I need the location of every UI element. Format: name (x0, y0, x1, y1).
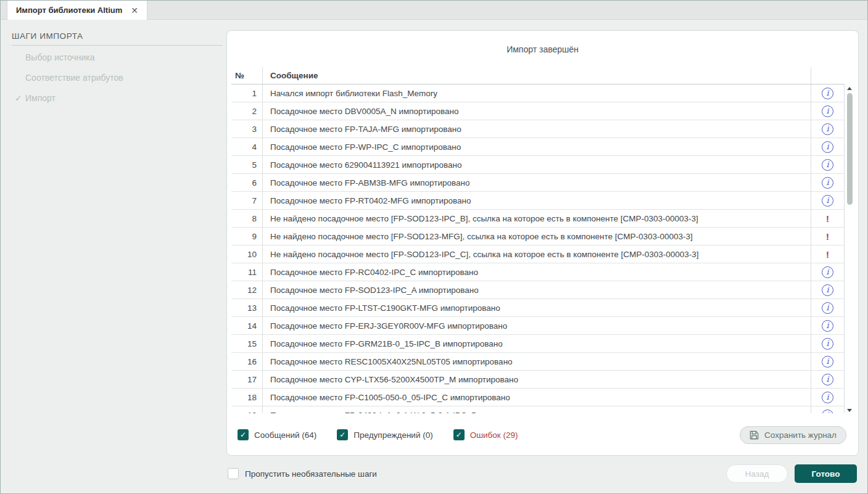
table-row[interactable]: 2Посадочное место DBV0005A_N импортирова… (231, 102, 845, 120)
row-message: Посадочное место RESC1005X40X25NL05T05 и… (263, 353, 811, 370)
save-log-button[interactable]: Сохранить журнал (740, 426, 846, 444)
table-row[interactable]: 19Посадочное место FP-0402-L-1_0-1-W-0_5… (231, 406, 845, 413)
table-row[interactable]: 12Посадочное место FP-SOD123-IPC_A импор… (231, 281, 845, 299)
info-icon[interactable]: i (822, 392, 833, 403)
checkbox-unchecked-icon[interactable] (228, 468, 239, 479)
row-number: 2 (231, 102, 263, 120)
info-icon[interactable]: i (822, 105, 833, 117)
table-header: № Сообщение (231, 67, 845, 84)
step-attribute-mapping[interactable]: Соответствие атрибутов (12, 67, 223, 88)
column-header-status (811, 67, 845, 84)
table-row[interactable]: 9Не найдено посадочное место [FP-SOD123-… (231, 228, 845, 245)
table-row[interactable]: 4Посадочное место FP-WP-IPC_C импортиров… (231, 138, 845, 156)
row-status-cell: ! (811, 228, 845, 245)
import-log-panel: Импорт завершён № Сообщение 1Начался имп… (226, 30, 859, 456)
info-icon[interactable]: i (822, 195, 833, 207)
row-number: 17 (231, 371, 263, 388)
back-button[interactable]: Назад (726, 464, 788, 483)
table-row[interactable]: 8Не найдено посадочное место [FP-SOD123-… (231, 210, 845, 228)
done-button[interactable]: Готово (795, 464, 857, 483)
error-icon[interactable]: ! (826, 249, 829, 260)
import-steps-title: ШАГИ ИМПОРТА (12, 31, 83, 41)
row-message: Посадочное место FP-RT0402-MFG импортиро… (263, 192, 811, 209)
table-row[interactable]: 15Посадочное место FP-GRM21B-0_15-IPC_B … (231, 335, 845, 353)
table-row[interactable]: 5Посадочное место 629004113921 импортиро… (231, 156, 845, 174)
import-steps-list: Выбор источника Соответствие атрибутов ✓… (12, 47, 223, 108)
step-label: Выбор источника (25, 52, 95, 62)
row-status-cell: i (811, 371, 845, 388)
row-status-cell: i (811, 281, 845, 298)
tab-title: Импорт библиотеки Altium (16, 6, 122, 15)
scroll-down-icon[interactable] (847, 409, 852, 412)
step-label: Соответствие атрибутов (25, 73, 123, 83)
info-icon[interactable]: i (822, 302, 833, 314)
error-icon[interactable]: ! (826, 231, 829, 242)
row-message: Не найдено посадочное место [FP-SOD123-M… (263, 228, 811, 245)
filter-errors-checkbox[interactable]: ✓ Ошибок (29) (453, 429, 518, 440)
table-row[interactable]: 7Посадочное место FP-RT0402-MFG импортир… (231, 192, 845, 210)
checkbox-checked-icon[interactable]: ✓ (337, 429, 348, 440)
info-icon[interactable]: i (822, 123, 833, 135)
filter-warnings-checkbox[interactable]: ✓ Предупреждений (0) (337, 429, 432, 440)
step-import[interactable]: ✓ Импорт (12, 88, 223, 108)
info-icon[interactable]: i (822, 159, 833, 171)
row-number: 16 (231, 353, 263, 370)
row-number: 11 (231, 263, 263, 281)
tab-import-library[interactable]: Импорт библиотеки Altium ✕ (7, 1, 147, 20)
info-icon[interactable]: i (822, 88, 833, 99)
skip-optional-steps-checkbox[interactable]: Пропустить необязательные шаги (228, 468, 377, 479)
scroll-up-icon[interactable] (847, 87, 852, 90)
info-icon[interactable]: i (822, 356, 833, 368)
info-icon[interactable]: i (822, 374, 833, 385)
row-number: 3 (231, 120, 263, 138)
sidebar-divider (12, 45, 223, 46)
row-number: 10 (231, 245, 263, 263)
info-icon[interactable]: i (822, 266, 833, 278)
row-message: Посадочное место FP-C1005-050-0_05-IPC_C… (263, 389, 811, 406)
info-icon[interactable]: i (822, 284, 833, 296)
close-icon[interactable]: ✕ (131, 6, 138, 15)
row-status-cell: i (811, 120, 845, 138)
table-row[interactable]: 1Начался импорт библиотеки Flash_Memoryi (231, 84, 845, 102)
filter-label: Сообщений (64) (254, 430, 316, 440)
info-icon[interactable]: i (822, 320, 833, 332)
error-icon[interactable]: ! (826, 213, 829, 224)
table-row[interactable]: 10Не найдено посадочное место [FP-SOD123… (231, 245, 845, 263)
info-icon[interactable]: i (822, 338, 833, 350)
info-icon[interactable]: i (822, 141, 833, 153)
row-number: 12 (231, 281, 263, 298)
table-scrollbar[interactable] (846, 84, 854, 413)
row-message: Посадочное место FP-ERJ-3GEY0R00V-MFG им… (263, 317, 811, 334)
table-row[interactable]: 13Посадочное место FP-LTST-C190GKT-MFG и… (231, 299, 845, 317)
checkbox-checked-icon[interactable]: ✓ (453, 429, 465, 440)
row-status-cell: i (811, 192, 845, 209)
import-status-title: Импорт завершён (227, 44, 858, 54)
table-row[interactable]: 14Посадочное место FP-ERJ-3GEY0R00V-MFG … (231, 317, 845, 335)
scrollbar-thumb[interactable] (847, 93, 853, 205)
table-row[interactable]: 18Посадочное место FP-C1005-050-0_05-IPC… (231, 389, 845, 406)
row-message: Посадочное место FP-WP-IPC_C импортирова… (263, 138, 811, 155)
table-row[interactable]: 16Посадочное место RESC1005X40X25NL05T05… (231, 353, 845, 371)
row-message: Не найдено посадочное место [FP-SOD123-I… (263, 245, 811, 263)
table-row[interactable]: 3Посадочное место FP-TAJA-MFG импортиров… (231, 120, 845, 138)
row-message: Посадочное место FP-TAJA-MFG импортирова… (263, 120, 811, 138)
table-row[interactable]: 17Посадочное место CYP-LTX56-5200X4500TP… (231, 371, 845, 389)
row-number: 8 (231, 210, 263, 227)
row-status-cell: ! (811, 210, 845, 227)
filter-label: Ошибок (29) (470, 430, 518, 440)
row-message: Посадочное место FP-0402-L-1_0-1-W-0_5-0… (263, 406, 811, 413)
row-number: 13 (231, 299, 263, 316)
step-source-selection[interactable]: Выбор источника (12, 47, 223, 67)
row-number: 9 (231, 228, 263, 245)
info-icon[interactable]: i (822, 410, 833, 414)
row-status-cell: i (811, 84, 845, 102)
row-number: 15 (231, 335, 263, 352)
filter-messages-checkbox[interactable]: ✓ Сообщений (64) (238, 429, 316, 440)
checkbox-checked-icon[interactable]: ✓ (238, 429, 249, 440)
info-icon[interactable]: i (822, 177, 833, 189)
table-row[interactable]: 6Посадочное место FP-ABM3B-MFG импортиро… (231, 174, 845, 192)
row-status-cell: i (811, 353, 845, 370)
row-message: Посадочное место 629004113921 импортиров… (263, 156, 811, 173)
row-status-cell: i (811, 299, 845, 316)
table-row[interactable]: 11Посадочное место FP-RC0402-IPC_C импор… (231, 263, 845, 281)
